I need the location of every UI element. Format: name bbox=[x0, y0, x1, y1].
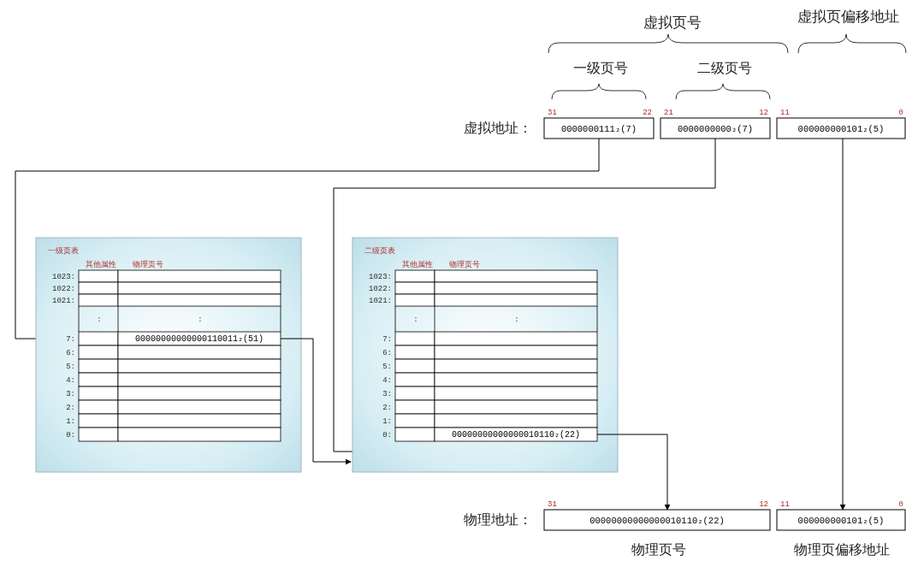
page-table-1: 一级页表 其他属性 物理页号 1023: 1022: 1021: : : bbox=[36, 238, 301, 472]
svg-rect-27 bbox=[79, 428, 118, 441]
pt2-rowidx-1023: 1023: bbox=[369, 273, 392, 281]
pt1-rowidx-1: 1: bbox=[66, 417, 75, 426]
pt1-rowidx-4: 4: bbox=[66, 376, 75, 385]
svg-rect-52 bbox=[435, 414, 597, 428]
page-table-2: 二级页表 其他属性 物理页号 1023: 1022: 1021: : : 7: … bbox=[352, 238, 618, 472]
svg-rect-8 bbox=[79, 294, 118, 306]
svg-rect-34 bbox=[395, 294, 435, 306]
pt2-title: 二级页表 bbox=[364, 246, 395, 255]
svg-rect-33 bbox=[435, 282, 597, 294]
pt1-rowidx-1022: 1022: bbox=[52, 285, 75, 293]
pt1-entry-7: 00000000000000110011₂(51) bbox=[135, 334, 264, 344]
brace-l2 bbox=[676, 84, 770, 99]
pt1-rowidx-3: 3: bbox=[66, 390, 75, 399]
bit-pa-12: 12 bbox=[759, 500, 768, 509]
pt2-rowidx-5: 5: bbox=[382, 363, 392, 371]
vaddr-off: 000000000101₂(5) bbox=[798, 124, 885, 134]
pt2-rowidx-1022: 1022: bbox=[369, 285, 392, 293]
svg-rect-35 bbox=[435, 294, 597, 306]
pt1-rowidx-0: 0: bbox=[66, 431, 75, 440]
svg-rect-45 bbox=[395, 373, 435, 387]
pt1-rowidx-5: 5: bbox=[66, 363, 75, 371]
svg-rect-46 bbox=[435, 373, 597, 387]
brace-vpo bbox=[798, 34, 906, 53]
paddr-off: 000000000101₂(5) bbox=[798, 516, 885, 526]
svg-rect-43 bbox=[395, 359, 435, 373]
pt1-rowidx-1023: 1023: bbox=[52, 273, 75, 281]
svg-rect-44 bbox=[435, 359, 597, 373]
svg-rect-23 bbox=[79, 400, 118, 414]
label-vpn: 虚拟页号 bbox=[643, 15, 702, 31]
pt2-rowidx-6: 6: bbox=[382, 349, 392, 357]
svg-rect-28 bbox=[118, 428, 281, 441]
svg-rect-18 bbox=[118, 359, 281, 373]
bit-va-21: 21 bbox=[664, 109, 673, 117]
pt1-title: 一级页表 bbox=[48, 246, 79, 255]
svg-rect-50 bbox=[435, 400, 597, 414]
bit-pa-0: 0 bbox=[899, 500, 903, 509]
svg-rect-25 bbox=[79, 414, 118, 428]
pt2-col-ppn: 物理页号 bbox=[449, 260, 480, 269]
svg-rect-9 bbox=[118, 294, 281, 306]
svg-rect-47 bbox=[395, 387, 435, 400]
pt1-rowidx-7: 7: bbox=[66, 335, 75, 344]
svg-rect-40 bbox=[435, 332, 597, 345]
bit-va-11: 11 bbox=[780, 109, 790, 117]
pt1-col-ppn: 物理页号 bbox=[133, 260, 163, 269]
label-l1-page-no: 一级页号 bbox=[573, 61, 628, 75]
svg-rect-20 bbox=[118, 373, 281, 387]
pt2-rowidx-7: 7: bbox=[382, 335, 392, 344]
svg-rect-31 bbox=[435, 270, 597, 282]
svg-rect-32 bbox=[395, 282, 435, 294]
svg-rect-39 bbox=[395, 332, 435, 345]
pt2-rowidx-2: 2: bbox=[382, 404, 392, 412]
pt1-rowidx-1021: 1021: bbox=[52, 297, 75, 305]
svg-rect-26 bbox=[118, 414, 281, 428]
pt1-ell-r: : bbox=[198, 316, 202, 324]
pt2-rowidx-1: 1: bbox=[382, 417, 392, 426]
pt1-col-other: 其他属性 bbox=[86, 260, 116, 269]
pt2-col-other: 其他属性 bbox=[402, 260, 433, 269]
pt2-rowidx-3: 3: bbox=[382, 390, 392, 399]
svg-rect-30 bbox=[395, 270, 435, 282]
svg-rect-48 bbox=[435, 387, 597, 400]
svg-rect-19 bbox=[79, 373, 118, 387]
svg-rect-21 bbox=[79, 387, 118, 400]
paddr-row: 00000000000000010110₂(22) 000000000101₂(… bbox=[544, 510, 905, 530]
svg-rect-49 bbox=[395, 400, 435, 414]
svg-rect-51 bbox=[395, 414, 435, 428]
svg-rect-42 bbox=[435, 345, 597, 359]
brace-vpn bbox=[548, 34, 788, 53]
svg-rect-22 bbox=[118, 387, 281, 400]
bit-va-31: 31 bbox=[548, 109, 557, 117]
label-vpo: 虚拟页偏移地址 bbox=[797, 9, 899, 25]
pt1-ell-l: : bbox=[97, 316, 101, 324]
svg-rect-5 bbox=[118, 270, 281, 282]
vaddr-row: 0000000111₂(7) 0000000000₂(7) 0000000001… bbox=[544, 118, 905, 139]
svg-rect-17 bbox=[79, 359, 118, 373]
label-vaddr: 虚拟地址： bbox=[464, 121, 532, 135]
pt2-ell-l: : bbox=[413, 316, 418, 324]
pt2-ell-r: : bbox=[514, 316, 518, 324]
svg-rect-15 bbox=[79, 345, 118, 359]
svg-rect-7 bbox=[118, 282, 281, 294]
vaddr-l2: 0000000000₂(7) bbox=[678, 124, 753, 134]
bit-va-22: 22 bbox=[643, 109, 652, 117]
svg-rect-41 bbox=[395, 345, 435, 359]
svg-rect-6 bbox=[79, 282, 118, 294]
pt2-rowidx-0: 0: bbox=[382, 431, 392, 440]
pt1-rowidx-6: 6: bbox=[66, 349, 75, 357]
label-ppn: 物理页号 bbox=[631, 542, 686, 557]
pt1-rowidx-2: 2: bbox=[66, 404, 75, 412]
label-paddr: 物理地址： bbox=[464, 512, 532, 527]
bit-pa-11: 11 bbox=[780, 500, 790, 509]
vaddr-l1: 0000000111₂(7) bbox=[561, 124, 637, 134]
pt2-rowidx-4: 4: bbox=[382, 376, 392, 385]
bit-va-12: 12 bbox=[759, 109, 768, 117]
paddr-ppn: 00000000000000010110₂(22) bbox=[589, 516, 725, 526]
brace-l1 bbox=[552, 84, 646, 99]
svg-rect-53 bbox=[395, 428, 435, 441]
pt2-entry-0: 00000000000000010110₂(22) bbox=[452, 430, 580, 440]
bit-va-0: 0 bbox=[899, 109, 903, 117]
svg-rect-24 bbox=[118, 400, 281, 414]
